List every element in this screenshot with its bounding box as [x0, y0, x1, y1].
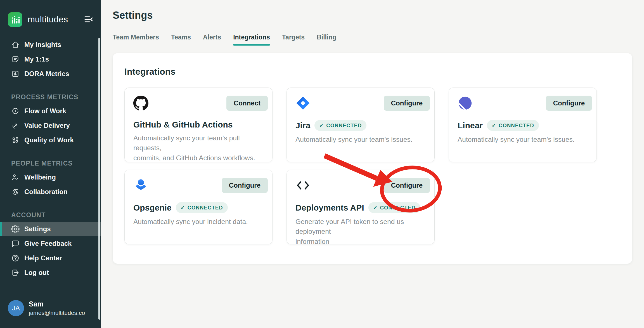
avatar: JA	[8, 300, 24, 316]
sidebar-item-give-feedback[interactable]: Give Feedback	[0, 236, 101, 251]
sidebar-item-wellbeing[interactable]: Wellbeing	[0, 170, 101, 185]
user-email: james@multitudes.co	[29, 310, 85, 316]
connected-badge: ✓CONNECTED	[368, 202, 420, 213]
bar-chart-icon	[11, 70, 20, 78]
connected-badge-label: CONNECTED	[499, 122, 534, 129]
main-content: Settings Team MembersTeamsAlertsIntegrat…	[101, 0, 644, 328]
app-window: multitudes My InsightsMy 1:1sDORA Metric…	[0, 0, 644, 328]
user-name: Sam	[29, 300, 85, 308]
multitudes-logo-icon	[8, 12, 22, 27]
orbit-icon	[11, 188, 20, 196]
sidebar: multitudes My InsightsMy 1:1sDORA Metric…	[0, 0, 101, 328]
gear-icon	[11, 225, 20, 233]
check-icon: ✓	[492, 122, 496, 129]
sidebar-section-label-people-metrics: PEOPLE METRICS	[0, 160, 101, 167]
collapse-icon	[84, 15, 94, 25]
tab-billing[interactable]: Billing	[317, 34, 336, 46]
tab-teams[interactable]: Teams	[171, 34, 191, 46]
integration-description: Generate your API token to send us deplo…	[295, 217, 425, 246]
logo-row: multitudes	[0, 0, 101, 27]
sidebar-item-label: Settings	[24, 225, 51, 233]
sidebar-item-quality-of-work[interactable]: Quality of Work	[0, 133, 101, 147]
configure-button-linear[interactable]: Configure	[546, 96, 592, 111]
connected-badge-label: CONNECTED	[326, 122, 362, 129]
integration-description: Automatically sync your team's issues.	[295, 134, 425, 144]
sidebar-item-label: Give Feedback	[24, 240, 72, 247]
sidebar-item-dora-metrics[interactable]: DORA Metrics	[0, 67, 101, 81]
sidebar-item-help-center[interactable]: Help Center	[0, 251, 101, 265]
settings-tabs: Team MembersTeamsAlertsIntegrationsTarge…	[113, 34, 632, 46]
sidebar-item-my-insights[interactable]: My Insights	[0, 37, 101, 52]
sidebar-item-label: Flow of Work	[24, 107, 66, 115]
github-icon	[133, 96, 148, 111]
sidebar-item-value-delivery[interactable]: Value Delivery	[0, 118, 101, 133]
app-logo-text: multitudes	[28, 15, 78, 25]
sidebar-item-my-1-1s[interactable]: My 1:1s	[0, 52, 101, 67]
sidebar-item-label: DORA Metrics	[24, 70, 69, 78]
connected-badge-label: CONNECTED	[188, 205, 223, 211]
configure-button-deployments-api[interactable]: Configure	[384, 178, 430, 193]
sidebar-section-label-account: ACCOUNT	[0, 211, 101, 219]
linear-icon	[458, 96, 473, 111]
code-icon	[295, 178, 311, 193]
integration-card-opsgenie: ConfigureOpsgenie✓CONNECTEDAutomatically…	[124, 170, 273, 244]
connect-button-github-github-actions[interactable]: Connect	[226, 96, 268, 111]
sidebar-item-label: Wellbeing	[24, 173, 56, 181]
integration-title: Jira	[295, 121, 310, 130]
sidebar-scrollbar[interactable]	[98, 38, 100, 320]
tab-targets[interactable]: Targets	[282, 34, 305, 46]
logout-icon	[11, 268, 20, 277]
help-icon	[11, 254, 20, 262]
sidebar-item-label: Collaboration	[24, 188, 68, 196]
connected-badge: ✓CONNECTED	[176, 202, 228, 213]
opsgenie-icon	[133, 178, 148, 193]
chat-icon	[11, 239, 20, 248]
connected-badge: ✓CONNECTED	[314, 120, 366, 131]
integration-title: Deployments API	[295, 203, 364, 213]
sidebar-item-collaboration[interactable]: Collaboration	[0, 185, 101, 199]
integration-title: Opsgenie	[133, 203, 172, 213]
jira-icon	[295, 96, 311, 111]
sidebar-item-label: Log out	[24, 269, 49, 277]
trend-arrow-icon	[11, 121, 20, 130]
integration-card-jira: ConfigureJira✓CONNECTEDAutomatically syn…	[287, 88, 435, 162]
tab-team-members[interactable]: Team Members	[113, 34, 159, 46]
integration-description: Automatically sync your incident data.	[133, 217, 263, 226]
integration-card-linear: ConfigureLinear✓CONNECTEDAutomatically s…	[449, 88, 597, 162]
person-icon	[11, 173, 20, 181]
integration-title: Linear	[458, 121, 483, 130]
connected-badge-label: CONNECTED	[380, 205, 416, 211]
home-icon	[11, 41, 20, 49]
user-profile[interactable]: JA Sam james@multitudes.co	[8, 300, 85, 316]
note-icon	[11, 55, 20, 63]
sidebar-item-label: Value Delivery	[24, 122, 70, 129]
cycle-icon	[11, 107, 20, 115]
sidebar-collapse-button[interactable]	[84, 15, 94, 25]
sidebar-nav: My InsightsMy 1:1sDORA MetricsPROCESS ME…	[0, 37, 101, 280]
sidebar-section-label-process-metrics: PROCESS METRICS	[0, 93, 101, 101]
check-icon: ✓	[319, 122, 324, 129]
page-title: Settings	[113, 10, 632, 21]
integration-description: Automatically sync your team’s pull requ…	[133, 133, 263, 163]
sidebar-item-label: My Insights	[24, 41, 61, 49]
integrations-panel: Integrations ConnectGitHub & GitHub Acti…	[113, 53, 632, 264]
integration-description: Automatically sync your team's issues.	[458, 134, 588, 144]
integration-card-deployments-api: ConfigureDeployments API✓CONNECTEDGenera…	[287, 170, 435, 244]
sidebar-item-label: My 1:1s	[24, 55, 49, 63]
configure-button-jira[interactable]: Configure	[384, 96, 430, 111]
tab-alerts[interactable]: Alerts	[203, 34, 221, 46]
integration-title: GitHub & GitHub Actions	[133, 120, 233, 129]
check-icon: ✓	[181, 204, 185, 211]
four-circles-icon	[11, 136, 20, 144]
integrations-heading: Integrations	[124, 67, 621, 77]
tab-integrations[interactable]: Integrations	[233, 34, 270, 46]
connected-badge: ✓CONNECTED	[487, 120, 539, 131]
sidebar-item-flow-of-work[interactable]: Flow of Work	[0, 104, 101, 118]
sidebar-item-log-out[interactable]: Log out	[0, 265, 101, 280]
configure-button-opsgenie[interactable]: Configure	[222, 178, 268, 193]
integrations-grid: ConnectGitHub & GitHub ActionsAutomatica…	[124, 88, 621, 244]
sidebar-item-label: Quality of Work	[24, 136, 74, 144]
sidebar-item-settings[interactable]: Settings	[0, 222, 101, 236]
sidebar-item-label: Help Center	[24, 254, 62, 262]
integration-card-github-github-actions: ConnectGitHub & GitHub ActionsAutomatica…	[124, 88, 273, 162]
